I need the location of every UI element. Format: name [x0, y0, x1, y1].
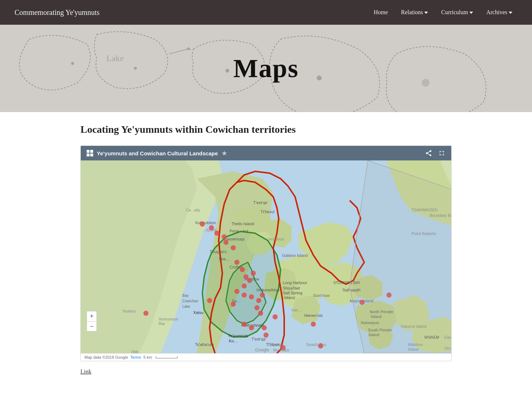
svg-point-72 [231, 245, 236, 250]
star-icon[interactable]: ★ [222, 150, 227, 157]
map-scale-label: 5 km [143, 355, 152, 359]
svg-point-93 [273, 314, 278, 319]
svg-text:T'eet'qa': T'eet'qa' [251, 337, 266, 341]
map-header-left: Ye'yumnuts and Cowichan Cultural Landsca… [87, 150, 227, 157]
svg-point-88 [249, 325, 254, 330]
svg-text:Ye'yumnuts: Ye'yumnuts [228, 334, 249, 338]
map-visualization: Xatsu Lake Cowichan Bay Honeymoon Bay Yo… [81, 160, 451, 353]
svg-point-81 [249, 294, 254, 299]
svg-point-85 [231, 302, 236, 307]
svg-point-67 [200, 222, 205, 227]
svg-text:My Maps: My Maps [273, 348, 290, 352]
svg-point-2 [134, 67, 137, 70]
svg-point-71 [223, 240, 229, 245]
page-title: Maps [233, 53, 299, 84]
svg-point-70 [222, 234, 227, 239]
svg-text:Vesuvius: Vesuvius [268, 237, 285, 241]
share-icon[interactable] [425, 150, 432, 157]
svg-text:Xutl'nutstun: Xutl'nutstun [195, 220, 216, 225]
svg-point-68 [209, 225, 214, 230]
svg-text:Pene…kut: Pene…kut [230, 229, 248, 233]
nav-home[interactable]: Home [369, 6, 393, 19]
svg-text:Thetis Island: Thetis Island [231, 222, 254, 226]
svg-text:Obb…: Obb… [131, 350, 142, 353]
svg-text:T'eet'qe': T'eet'qe' [253, 200, 268, 205]
svg-text:Ko…: Ko… [229, 339, 238, 343]
svg-text:Bay: Bay [182, 294, 188, 298]
map-external-link[interactable]: Link [80, 369, 91, 375]
map-embed: Ye'yumnuts and Cowichan Cultural Landsca… [80, 146, 452, 361]
zoom-controls: + − [87, 311, 97, 331]
svg-text:Island: Island [284, 295, 295, 300]
svg-text:Ts'alha'um: Ts'alha'um [195, 342, 214, 347]
svg-point-78 [242, 283, 247, 288]
nav-relations[interactable]: Relations [396, 6, 433, 19]
map-terms-link[interactable]: Terms [130, 355, 141, 359]
svg-point-90 [263, 333, 269, 338]
svg-text:Google: Google [255, 347, 269, 353]
svg-text:Hwnen'uts: Hwnen'uts [304, 313, 323, 318]
svg-point-96 [311, 322, 316, 327]
svg-text:Tt'hexul: Tt'hexul [261, 210, 274, 214]
svg-marker-7 [185, 47, 191, 50]
map-footer: Map data ©2018 Google Terms 5 km [81, 353, 451, 361]
svg-point-75 [243, 274, 249, 279]
svg-text:She…: She… [219, 257, 230, 261]
map-grid-icon [87, 150, 93, 156]
map-body[interactable]: Xatsu Lake Cowichan Bay Honeymoon Bay Yo… [81, 160, 451, 353]
svg-point-83 [254, 305, 259, 310]
map-header: Ye'yumnuts and Cowichan Cultural Landsca… [81, 146, 451, 160]
svg-point-76 [247, 278, 252, 283]
svg-text:Ca…ady: Ca…ady [186, 208, 200, 212]
map-title: Ye'yumnuts and Cowichan Cultural Landsca… [97, 150, 218, 156]
svg-text:Swartz Bay: Swartz Bay [306, 342, 326, 347]
svg-text:Lake: Lake [182, 304, 190, 309]
hero-banner: Lake Maps [0, 25, 532, 112]
svg-point-74 [240, 267, 245, 272]
content-area: Locating Ye'yumnuts within Cowichan terr… [66, 112, 466, 397]
svg-text:Honeymoon: Honeymoon [159, 317, 178, 321]
navbar-nav: Home Relations Curriculum Archives [369, 6, 517, 19]
svg-text:Cowichan: Cowichan [182, 299, 198, 303]
nav-curriculum[interactable]: Curriculum [436, 6, 478, 19]
map-header-right [425, 150, 445, 157]
chevron-down-icon [509, 12, 512, 14]
svg-text:Youbou: Youbou [122, 309, 136, 313]
svg-text:Shiya'hwt: Shiya'hwt [283, 286, 300, 290]
svg-text:Sum'nuw: Sum'nuw [313, 293, 330, 298]
svg-text:Bay: Bay [159, 322, 165, 326]
svg-text:Lake: Lake [106, 53, 124, 63]
svg-text:Long Harbour: Long Harbour [283, 280, 307, 285]
svg-point-86 [207, 298, 212, 303]
svg-point-77 [251, 271, 256, 276]
svg-point-3 [225, 69, 229, 73]
svg-text:Galiano Island: Galiano Island [282, 253, 307, 258]
svg-point-1 [71, 62, 74, 65]
nav-archives-label: Archives [486, 9, 507, 16]
chevron-down-icon [424, 12, 428, 14]
zoom-in-button[interactable]: + [87, 311, 97, 321]
svg-text:Salt Spring: Salt Spring [283, 291, 302, 295]
svg-point-89 [262, 325, 267, 330]
svg-text:Xatsu: Xatsu [193, 310, 203, 315]
section-heading: Locating Ye'yumnuts within Cowichan terr… [80, 124, 452, 135]
nav-curriculum-label: Curriculum [441, 9, 468, 16]
svg-point-92 [260, 292, 265, 298]
zoom-out-button[interactable]: − [87, 321, 97, 331]
svg-point-79 [234, 289, 239, 294]
scale-bar [156, 356, 178, 358]
svg-point-73 [234, 260, 239, 265]
svg-point-4 [317, 76, 322, 80]
nav-archives[interactable]: Archives [481, 6, 517, 19]
navbar-brand[interactable]: Commemorating Ye'yumnuts [15, 8, 100, 17]
svg-text:Thuq'mi'n: Thuq'mi'n [210, 250, 227, 254]
nav-relations-label: Relations [401, 9, 423, 16]
svg-point-82 [256, 298, 261, 303]
svg-point-69 [214, 231, 219, 236]
svg-point-84 [258, 311, 263, 316]
svg-point-91 [143, 311, 148, 316]
svg-point-95 [318, 343, 323, 349]
chevron-down-icon [469, 12, 473, 14]
fullscreen-icon[interactable] [438, 150, 445, 157]
svg-point-80 [242, 292, 247, 298]
